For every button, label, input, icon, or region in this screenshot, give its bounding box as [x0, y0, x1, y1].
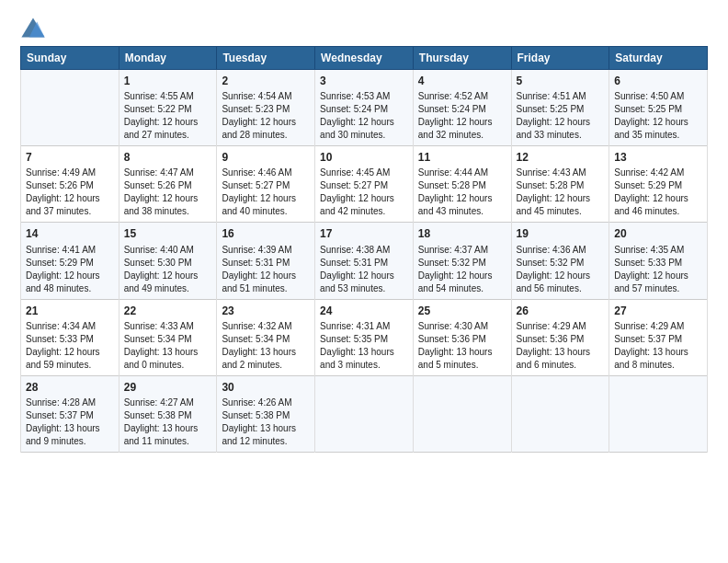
calendar-cell: 21Sunrise: 4:34 AM Sunset: 5:33 PM Dayli…: [21, 299, 119, 375]
header-friday: Friday: [511, 47, 609, 70]
cell-content: Sunrise: 4:37 AM Sunset: 5:32 PM Dayligh…: [418, 244, 506, 295]
cell-content: Sunrise: 4:55 AM Sunset: 5:22 PM Dayligh…: [124, 90, 212, 142]
calendar-cell: 14Sunrise: 4:41 AM Sunset: 5:29 PM Dayli…: [21, 223, 119, 299]
page-container: SundayMondayTuesdayWednesdayThursdayFrid…: [0, 0, 728, 462]
cell-content: Sunrise: 4:51 AM Sunset: 5:25 PM Dayligh…: [517, 90, 605, 142]
calendar-cell: 23Sunrise: 4:32 AM Sunset: 5:34 PM Dayli…: [217, 299, 315, 375]
day-number: 1: [124, 74, 212, 88]
calendar-cell: 24Sunrise: 4:31 AM Sunset: 5:35 PM Dayli…: [315, 299, 414, 375]
cell-content: Sunrise: 4:54 AM Sunset: 5:23 PM Dayligh…: [222, 90, 310, 142]
calendar-cell: 25Sunrise: 4:30 AM Sunset: 5:36 PM Dayli…: [413, 299, 511, 375]
cell-content: Sunrise: 4:29 AM Sunset: 5:37 PM Dayligh…: [614, 320, 702, 372]
cell-content: Sunrise: 4:53 AM Sunset: 5:24 PM Dayligh…: [320, 90, 408, 142]
calendar-cell: 29Sunrise: 4:27 AM Sunset: 5:38 PM Dayli…: [119, 375, 217, 452]
calendar-cell: 15Sunrise: 4:40 AM Sunset: 5:30 PM Dayli…: [119, 223, 217, 299]
cell-content: Sunrise: 4:35 AM Sunset: 5:33 PM Dayligh…: [614, 244, 702, 295]
day-number: 28: [26, 380, 114, 395]
calendar-cell: 7Sunrise: 4:49 AM Sunset: 5:26 PM Daylig…: [21, 146, 119, 223]
day-number: 22: [124, 304, 212, 318]
cell-content: Sunrise: 4:31 AM Sunset: 5:35 PM Dayligh…: [320, 320, 408, 372]
day-number: 13: [614, 150, 702, 165]
header-monday: Monday: [119, 47, 217, 70]
cell-content: Sunrise: 4:39 AM Sunset: 5:31 PM Dayligh…: [222, 244, 310, 295]
calendar-cell: [21, 70, 119, 146]
calendar-cell: 5Sunrise: 4:51 AM Sunset: 5:25 PM Daylig…: [511, 70, 609, 146]
calendar-cell: 12Sunrise: 4:43 AM Sunset: 5:28 PM Dayli…: [511, 146, 609, 223]
calendar-cell: 3Sunrise: 4:53 AM Sunset: 5:24 PM Daylig…: [315, 70, 414, 146]
day-number: 7: [26, 150, 114, 165]
day-number: 18: [418, 226, 506, 241]
cell-content: Sunrise: 4:47 AM Sunset: 5:26 PM Dayligh…: [124, 167, 212, 218]
day-number: 23: [222, 304, 310, 318]
calendar-cell: 22Sunrise: 4:33 AM Sunset: 5:34 PM Dayli…: [119, 299, 217, 375]
cell-content: Sunrise: 4:26 AM Sunset: 5:38 PM Dayligh…: [222, 396, 310, 448]
header-tuesday: Tuesday: [217, 47, 315, 70]
calendar-cell: 8Sunrise: 4:47 AM Sunset: 5:26 PM Daylig…: [119, 146, 217, 223]
day-number: 16: [222, 226, 310, 241]
cell-content: Sunrise: 4:45 AM Sunset: 5:27 PM Dayligh…: [320, 167, 408, 218]
cell-content: Sunrise: 4:27 AM Sunset: 5:38 PM Dayligh…: [124, 396, 212, 448]
calendar-cell: [315, 375, 414, 452]
calendar-cell: 16Sunrise: 4:39 AM Sunset: 5:31 PM Dayli…: [217, 223, 315, 299]
logo: [20, 17, 50, 42]
cell-content: Sunrise: 4:43 AM Sunset: 5:28 PM Dayligh…: [517, 167, 605, 218]
cell-content: Sunrise: 4:42 AM Sunset: 5:29 PM Dayligh…: [614, 167, 702, 218]
day-number: 26: [517, 304, 605, 318]
cell-content: Sunrise: 4:36 AM Sunset: 5:32 PM Dayligh…: [517, 244, 605, 295]
day-number: 3: [320, 74, 408, 88]
calendar-cell: 20Sunrise: 4:35 AM Sunset: 5:33 PM Dayli…: [609, 223, 708, 299]
cell-content: Sunrise: 4:40 AM Sunset: 5:30 PM Dayligh…: [124, 244, 212, 295]
calendar-cell: 13Sunrise: 4:42 AM Sunset: 5:29 PM Dayli…: [609, 146, 708, 223]
day-number: 14: [26, 226, 114, 241]
cell-content: Sunrise: 4:52 AM Sunset: 5:24 PM Dayligh…: [418, 90, 506, 142]
day-number: 6: [614, 74, 702, 88]
day-number: 9: [222, 150, 310, 165]
cell-content: Sunrise: 4:33 AM Sunset: 5:34 PM Dayligh…: [124, 320, 212, 372]
calendar-cell: 18Sunrise: 4:37 AM Sunset: 5:32 PM Dayli…: [413, 223, 511, 299]
header-row: [20, 17, 708, 42]
logo-icon: [20, 17, 46, 42]
calendar-cell: 1Sunrise: 4:55 AM Sunset: 5:22 PM Daylig…: [119, 70, 217, 146]
calendar-cell: [609, 375, 708, 452]
week-row-2: 7Sunrise: 4:49 AM Sunset: 5:26 PM Daylig…: [21, 146, 708, 223]
cell-content: Sunrise: 4:28 AM Sunset: 5:37 PM Dayligh…: [26, 396, 114, 448]
calendar-cell: 6Sunrise: 4:50 AM Sunset: 5:25 PM Daylig…: [609, 70, 708, 146]
day-number: 29: [124, 380, 212, 395]
day-number: 21: [26, 304, 114, 318]
calendar-table: SundayMondayTuesdayWednesdayThursdayFrid…: [20, 46, 708, 453]
calendar-cell: 28Sunrise: 4:28 AM Sunset: 5:37 PM Dayli…: [21, 375, 119, 452]
calendar-cell: [511, 375, 609, 452]
calendar-cell: 9Sunrise: 4:46 AM Sunset: 5:27 PM Daylig…: [217, 146, 315, 223]
calendar-cell: 27Sunrise: 4:29 AM Sunset: 5:37 PM Dayli…: [609, 299, 708, 375]
calendar-cell: 4Sunrise: 4:52 AM Sunset: 5:24 PM Daylig…: [413, 70, 511, 146]
cell-content: Sunrise: 4:41 AM Sunset: 5:29 PM Dayligh…: [26, 244, 114, 295]
day-number: 11: [418, 150, 506, 165]
header-sunday: Sunday: [21, 47, 119, 70]
week-row-1: 1Sunrise: 4:55 AM Sunset: 5:22 PM Daylig…: [21, 70, 708, 146]
calendar-cell: 11Sunrise: 4:44 AM Sunset: 5:28 PM Dayli…: [413, 146, 511, 223]
week-row-5: 28Sunrise: 4:28 AM Sunset: 5:37 PM Dayli…: [21, 375, 708, 452]
calendar-cell: 19Sunrise: 4:36 AM Sunset: 5:32 PM Dayli…: [511, 223, 609, 299]
cell-content: Sunrise: 4:50 AM Sunset: 5:25 PM Dayligh…: [614, 90, 702, 142]
cell-content: Sunrise: 4:32 AM Sunset: 5:34 PM Dayligh…: [222, 320, 310, 372]
calendar-cell: 17Sunrise: 4:38 AM Sunset: 5:31 PM Dayli…: [315, 223, 414, 299]
week-row-3: 14Sunrise: 4:41 AM Sunset: 5:29 PM Dayli…: [21, 223, 708, 299]
day-number: 19: [517, 226, 605, 241]
cell-content: Sunrise: 4:49 AM Sunset: 5:26 PM Dayligh…: [26, 167, 114, 218]
day-number: 20: [614, 226, 702, 241]
day-number: 12: [517, 150, 605, 165]
calendar-cell: 10Sunrise: 4:45 AM Sunset: 5:27 PM Dayli…: [315, 146, 414, 223]
calendar-header-row: SundayMondayTuesdayWednesdayThursdayFrid…: [21, 47, 708, 70]
calendar-cell: 26Sunrise: 4:29 AM Sunset: 5:36 PM Dayli…: [511, 299, 609, 375]
day-number: 4: [418, 74, 506, 88]
cell-content: Sunrise: 4:30 AM Sunset: 5:36 PM Dayligh…: [418, 320, 506, 372]
calendar-cell: 30Sunrise: 4:26 AM Sunset: 5:38 PM Dayli…: [217, 375, 315, 452]
header-thursday: Thursday: [413, 47, 511, 70]
day-number: 25: [418, 304, 506, 318]
cell-content: Sunrise: 4:38 AM Sunset: 5:31 PM Dayligh…: [320, 244, 408, 295]
cell-content: Sunrise: 4:44 AM Sunset: 5:28 PM Dayligh…: [418, 167, 506, 218]
day-number: 30: [222, 380, 310, 395]
day-number: 8: [124, 150, 212, 165]
calendar-cell: 2Sunrise: 4:54 AM Sunset: 5:23 PM Daylig…: [217, 70, 315, 146]
header-saturday: Saturday: [609, 47, 708, 70]
